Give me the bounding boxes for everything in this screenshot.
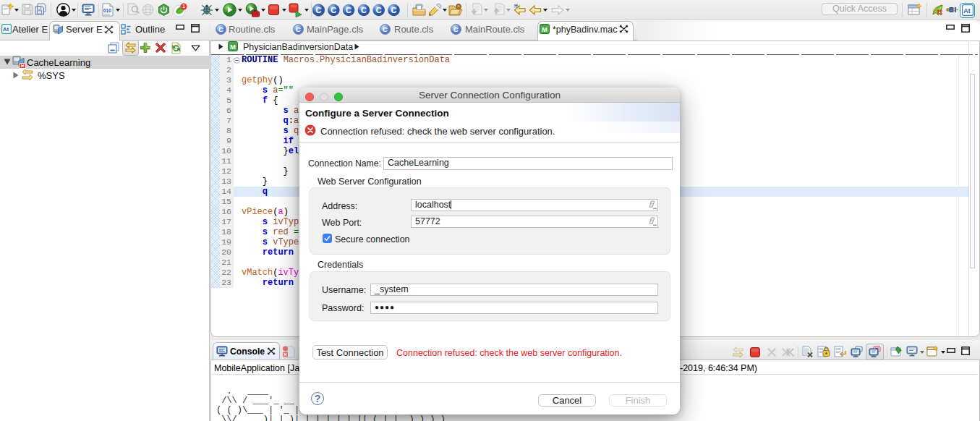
svg-text:C: C [331, 6, 336, 14]
svg-text:C: C [316, 6, 322, 14]
svg-text:C: C [453, 25, 459, 33]
svg-text:010: 010 [103, 8, 111, 13]
svg-text:C: C [296, 25, 301, 33]
svg-text:C: C [376, 6, 382, 14]
svg-text:1: 1 [182, 4, 185, 9]
svg-text:M: M [230, 43, 236, 51]
svg-text:C: C [383, 25, 388, 33]
svg-text:C: C [218, 25, 223, 33]
svg-text:M: M [542, 25, 547, 33]
svg-text:C: C [346, 6, 351, 14]
svg-text:At: At [3, 26, 9, 33]
svg-text:C: C [361, 6, 367, 14]
svg-text:C: C [391, 6, 397, 14]
svg-text:At: At [963, 7, 971, 14]
